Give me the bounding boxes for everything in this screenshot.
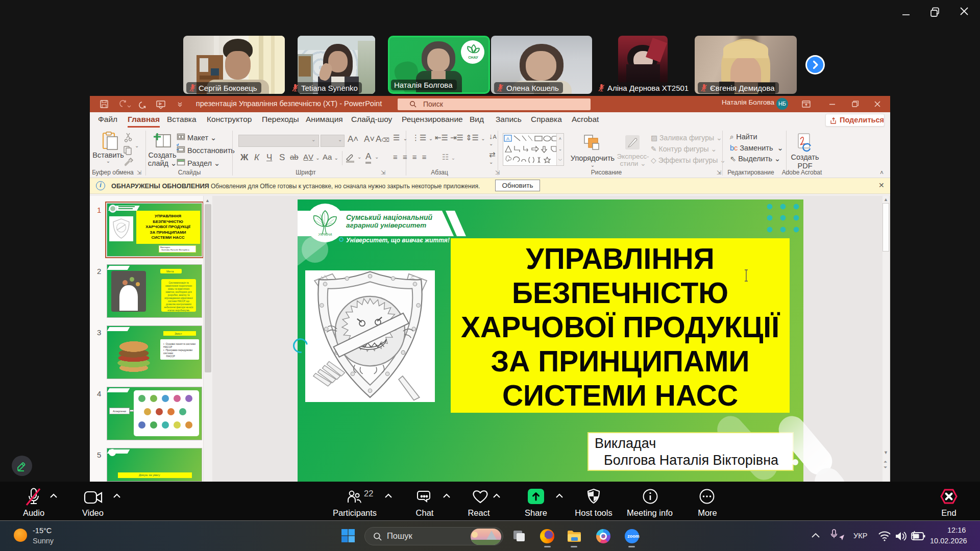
svg-text:УКРАЇНА: УКРАЇНА	[318, 233, 332, 236]
svg-text:A: A	[506, 136, 509, 141]
svg-text:СНАУ: СНАУ	[468, 56, 478, 60]
